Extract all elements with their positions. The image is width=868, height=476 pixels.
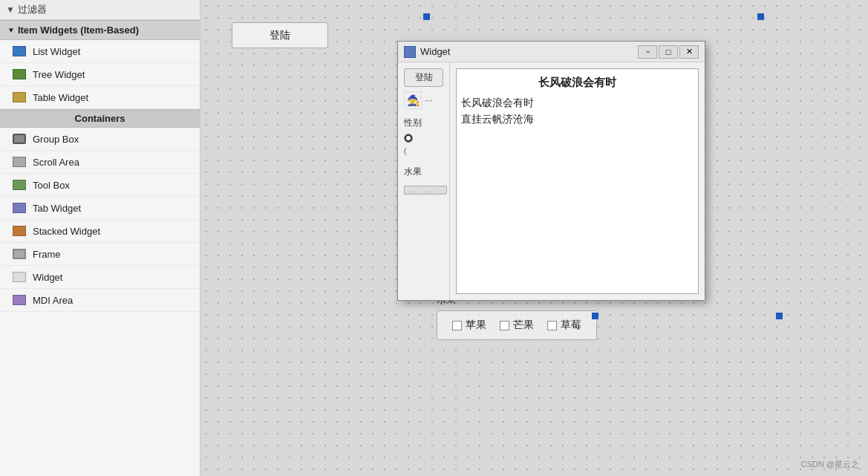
popup-controls: － □ ✕ [638, 45, 699, 59]
widget-shape [13, 272, 26, 282]
tool-box-shape [13, 180, 26, 190]
popup-fruit-label: 水果 [404, 166, 443, 178]
checkbox-mango-box [500, 321, 509, 330]
table-widget-label: Table Widget [33, 92, 88, 103]
list-widget-icon [12, 44, 27, 59]
sidebar-item-scroll-area[interactable]: Scroll Area [0, 151, 200, 174]
section-label-item-widgets: Item Widgets (Item-Based) [18, 25, 139, 36]
scroll-area-icon [12, 154, 27, 169]
checkbox-mango[interactable]: 芒果 [500, 319, 534, 332]
mdi-shape [13, 295, 26, 305]
widget-icon [12, 270, 27, 284]
popup-close-button[interactable]: ✕ [679, 45, 699, 59]
popup-left-panel: 登陆 🧙 ··· 性别 ( 水果 · · · · · · [398, 62, 450, 300]
popup-icon-row: 🧙 ··· [404, 91, 443, 109]
watermark: CSDN @星云之 [801, 459, 859, 470]
sidebar-item-mdi-area[interactable]: MDI Area [0, 289, 200, 312]
stacked-shape [13, 226, 26, 236]
sidebar-item-widget[interactable]: Widget [0, 266, 200, 289]
stacked-widget-icon [12, 224, 27, 238]
close-label: ✕ [686, 47, 693, 56]
popup-icon-image: 🧙 [404, 91, 422, 109]
tree-widget-icon [12, 67, 27, 82]
scroll-area-shape [13, 157, 26, 167]
section-containers[interactable]: Containers [0, 109, 200, 128]
sidebar-item-list-widget[interactable]: List Widget [0, 40, 200, 63]
popup-minimize-button[interactable]: － [638, 45, 657, 59]
group-box-icon [12, 131, 27, 146]
popup-radio-fill [406, 136, 411, 140]
frame-shape [13, 249, 26, 259]
popup-maximize-button[interactable]: □ [659, 45, 678, 59]
handle-bm [776, 313, 783, 319]
filter-label: 过滤器 [18, 3, 47, 16]
checkbox-apple-box [452, 321, 462, 330]
popup-login-button[interactable]: 登陆 [404, 68, 443, 87]
section-item-widgets[interactable]: ▼ Item Widgets (Item-Based) [0, 20, 200, 40]
checkbox-apple-label: 苹果 [466, 319, 486, 332]
popup-icon-dots: ··· [425, 95, 432, 105]
sidebar-item-frame[interactable]: Frame [0, 243, 200, 266]
popup-login-label: 登陆 [415, 72, 433, 82]
tool-box-label: Tool Box [33, 180, 70, 191]
main-design-area[interactable]: 登陆 🧙 图标 性别 男 女 水果 苹果 [200, 0, 868, 476]
canvas-login-button[interactable]: 登陆 [232, 22, 328, 48]
tool-box-icon [12, 177, 27, 192]
popup-body: 登陆 🧙 ··· 性别 ( 水果 · · · · · · [398, 62, 705, 300]
widget-label: Widget [33, 272, 62, 283]
popup-radio-text: ( [404, 147, 443, 155]
sidebar-item-tool-box[interactable]: Tool Box [0, 174, 200, 197]
tab-widget-label: Tab Widget [33, 203, 81, 214]
checkbox-apple[interactable]: 苹果 [452, 319, 486, 332]
handle-tl [423, 13, 430, 20]
group-box-label: Group Box [33, 134, 79, 145]
sidebar-item-tree-widget[interactable]: Tree Widget [0, 63, 200, 86]
containers-label: Containers [75, 113, 125, 124]
frame-icon [12, 247, 27, 261]
popup-radio-row[interactable] [404, 134, 443, 143]
canvas-login-label: 登陆 [270, 29, 290, 42]
popup-slider-marks: · · · · · · [408, 188, 437, 195]
minimize-label: － [644, 46, 652, 57]
mdi-area-icon [12, 293, 27, 307]
checkbox-strawberry-box [547, 321, 557, 330]
popup-slider[interactable]: · · · · · · [404, 186, 447, 195]
checkbox-strawberry-label: 草莓 [561, 319, 581, 332]
left-panel: ▼ 过滤器 ▼ Item Widgets (Item-Based) List W… [0, 0, 200, 476]
sidebar-item-tab-widget[interactable]: Tab Widget [0, 197, 200, 220]
popup-widget-window: Widget － □ ✕ 登陆 🧙 · [397, 41, 705, 301]
group-box-shape [13, 134, 26, 144]
popup-radio-dot [404, 134, 413, 143]
tree-icon-shape [13, 69, 26, 79]
list-widget-label: List Widget [33, 46, 80, 57]
list-icon-shape [13, 46, 26, 56]
popup-text-line1: 长风破浪会有时 [461, 74, 694, 91]
handle-tm [757, 13, 764, 20]
sidebar-item-table-widget[interactable]: Table Widget [0, 86, 200, 109]
handle-bl [592, 313, 598, 319]
popup-titlebar: Widget － □ ✕ [398, 42, 705, 62]
popup-title-text: Widget [420, 46, 633, 57]
tree-widget-label: Tree Widget [33, 69, 85, 80]
popup-text-line3: 直挂云帆济沧海 [461, 111, 694, 127]
popup-right-panel: 长风破浪会有时 长风破浪会有时 直挂云帆济沧海 [450, 62, 705, 300]
checkbox-mango-label: 芒果 [513, 319, 534, 332]
frame-label: Frame [33, 249, 61, 260]
checkbox-strawberry[interactable]: 草莓 [547, 319, 581, 332]
table-widget-icon [12, 90, 27, 105]
section-arrow-item-widgets: ▼ [7, 26, 15, 34]
maximize-label: □ [666, 48, 671, 56]
popup-text-line2: 长风破浪会有时 [461, 94, 694, 111]
mdi-area-label: MDI Area [33, 295, 73, 306]
popup-gender-label: 性别 [404, 117, 443, 129]
scroll-area-label: Scroll Area [33, 157, 79, 168]
filter-bar: ▼ 过滤器 [0, 0, 200, 20]
sidebar-item-group-box[interactable]: Group Box [0, 128, 200, 151]
popup-text-box[interactable]: 长风破浪会有时 长风破浪会有时 直挂云帆济沧海 [456, 68, 699, 294]
sidebar-item-stacked-widget[interactable]: Stacked Widget [0, 220, 200, 243]
tab-widget-shape [13, 203, 26, 213]
tab-widget-icon [12, 200, 27, 215]
stacked-widget-label: Stacked Widget [33, 226, 100, 237]
table-icon-shape [13, 92, 26, 102]
popup-title-icon [404, 46, 416, 58]
